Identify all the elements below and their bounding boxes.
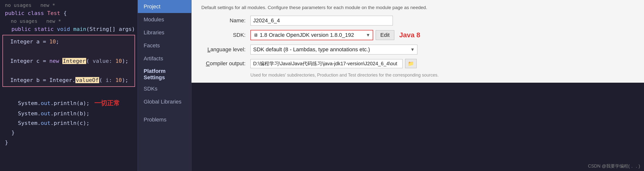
nav-item-modules[interactable]: Modules [138,13,191,26]
compiler-output-row: Compiler output: 📁 [201,59,634,68]
code-line-close-class: } [0,138,138,147]
code-line-blank2 [6,66,132,75]
sdk-select-inner: 🖥 1.8 Oracle OpenJDK version 1.8.0_192 [254,32,354,38]
nav-panel: Project Modules Libraries Facets Artifac… [138,0,192,171]
nav-item-facets[interactable]: Facets [138,39,191,52]
java8-label: Java 8 [399,31,420,39]
language-level-row: Language level: SDK default (8 - Lambdas… [201,45,634,54]
name-label: Name: [201,17,250,24]
compiler-hint: Used for modules' subdirectories, Produc… [250,73,634,78]
compiler-row-content: 📁 [250,59,417,68]
watermark: CSDN @我要学编程(．．) [588,163,640,169]
nav-section-platform: Platform Settings [138,65,191,82]
compiler-output-label: Compiler output: [201,60,250,67]
nav-item-sdks[interactable]: SDKs [138,82,191,95]
language-select[interactable]: SDK default (8 - Lambdas, type annotatio… [250,45,418,54]
language-dropdown-arrow: ▼ [410,47,415,52]
code-line-class: public class Test { [0,8,138,18]
code-line-a: Integer a = 10; [6,37,132,46]
code-line-b: Integer b = Integer.valueOf( i: 10); [6,75,132,85]
sdk-dropdown-arrow: ▼ [366,33,370,38]
code-line-c: Integer c = new Integer( value: 10); [6,56,132,66]
settings-panel: Default settings for all modules. Config… [192,0,644,83]
code-line-main: public static void main(String[] args) { [0,24,138,34]
code-panel: no usages new * public class Test { no u… [0,0,138,171]
folder-button[interactable]: 📁 [405,59,417,68]
nav-item-problems[interactable]: Problems [138,113,191,126]
code-line-blank3 [0,88,138,97]
language-level-label: Language level: [201,46,250,53]
nav-item-project[interactable]: Project [138,0,191,13]
highlighted-code-block: Integer a = 10; Integer c = new Integer(… [2,35,135,87]
code-annotation-1: no usages new * [0,2,138,8]
language-value: SDK default (8 - Lambdas, type annotatio… [253,46,370,53]
name-row: Name: [201,16,634,25]
code-line-close-main: } [0,128,138,137]
annotation-normal: 一切正常 [94,98,120,108]
sdk-label: SDK: [201,32,250,38]
sdk-icon: 🖥 [254,33,258,38]
name-input[interactable] [250,16,393,25]
edit-button[interactable]: Edit [376,30,394,40]
settings-description: Default settings for all modules. Config… [201,5,634,10]
sdk-select[interactable]: 🖥 1.8 Oracle OpenJDK version 1.8.0_192 ▼ [250,30,373,40]
nav-item-global-libraries[interactable]: Global Libraries [138,95,191,108]
compiler-input[interactable] [250,59,403,68]
code-line-println-c: System.out.println(c); [0,118,138,128]
code-line-blank1 [6,47,132,56]
code-line-println-a: System.out.println(a); 一切正常 [0,98,138,109]
code-annotation-2: no usages new * [0,18,138,24]
sdk-row-content: 🖥 1.8 Oracle OpenJDK version 1.8.0_192 ▼… [250,30,420,40]
code-line-println-b: System.out.println(b); [0,109,138,118]
sdk-value: 1.8 Oracle OpenJDK version 1.8.0_192 [260,32,354,38]
settings-wrapper: Default settings for all modules. Config… [192,0,644,171]
nav-item-libraries[interactable]: Libraries [138,26,191,39]
nav-item-artifacts[interactable]: Artifacts [138,52,191,65]
sdk-row: SDK: 🖥 1.8 Oracle OpenJDK version 1.8.0_… [201,30,634,40]
